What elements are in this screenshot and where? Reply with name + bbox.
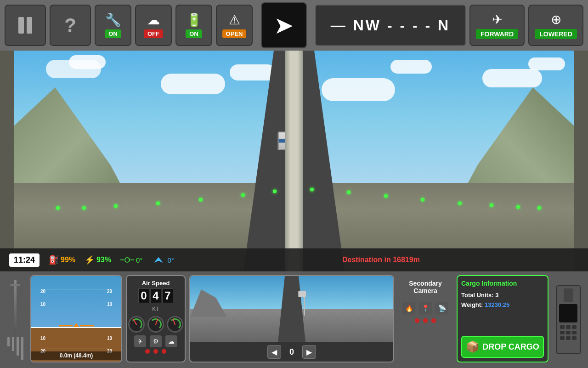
runway-light xyxy=(82,206,86,210)
cloud xyxy=(161,74,225,94)
radio-key[interactable] xyxy=(572,336,577,340)
radio-key[interactable] xyxy=(572,331,577,334)
att-scale-20-top: 20 xyxy=(40,289,45,294)
heading-value: 0° xyxy=(167,256,174,264)
pitch-icon xyxy=(120,256,134,264)
cloud xyxy=(230,64,276,80)
airspeed-digit-2: 4 xyxy=(150,288,161,303)
radio-key[interactable] xyxy=(572,325,577,329)
arrow-icon: ➤ xyxy=(274,12,294,39)
radio-device[interactable] xyxy=(556,285,581,354)
power-display: ⚡ 93% xyxy=(85,255,111,265)
power-value: 93% xyxy=(96,256,111,264)
gauge-3 xyxy=(167,316,183,333)
pause-button[interactable] xyxy=(5,5,46,46)
cockpit-left-frame xyxy=(0,51,14,271)
prop-icon[interactable]: ✈ xyxy=(134,335,146,347)
forward-button[interactable]: ✈ FORWARD xyxy=(469,5,525,46)
camera-viewport xyxy=(190,276,393,342)
antenna xyxy=(14,280,17,335)
signal-icon[interactable]: 📡 xyxy=(435,302,448,315)
help-button[interactable]: ? xyxy=(50,5,91,46)
drop-cargo-button[interactable]: 📦 DROP CARGO xyxy=(461,336,544,358)
gauge-1 xyxy=(128,316,145,333)
runway-light xyxy=(516,205,520,209)
att-scale-10-top: 10 xyxy=(40,302,45,307)
svg-point-0 xyxy=(125,258,130,262)
cargo-info: Total Units: 3 Weight: 13230.25 xyxy=(461,291,544,336)
att-line-10 xyxy=(43,302,110,302)
radio-btn-row xyxy=(559,331,578,334)
engine-toggle[interactable]: 🔧 ON xyxy=(95,5,131,46)
toolbar: ? 🔧 ON ☁ OFF 🔋 ON ⚠ OPEN ➤ — NW - - - - … xyxy=(0,0,588,51)
wheel-icon[interactable]: ⚙ xyxy=(150,335,162,347)
fire-icon[interactable]: 🔥 xyxy=(402,302,415,315)
weather-icon: ☁ xyxy=(147,12,160,28)
location-icon[interactable]: 📍 xyxy=(419,302,432,315)
runway-light xyxy=(114,204,118,208)
engine-icon: 🔧 xyxy=(105,12,121,28)
radio-key[interactable] xyxy=(566,331,571,334)
bottom-panel: 20 20 10 10 10 10 20 20 0.0m (48.4m) Air… xyxy=(0,271,588,368)
camera-right-button[interactable]: ▶ xyxy=(302,345,316,359)
red-dot xyxy=(145,349,150,354)
antenna-bar xyxy=(12,337,14,351)
door-toggle[interactable]: ⚠ OPEN xyxy=(216,5,253,46)
att-scale-10-bot-r: 10 xyxy=(107,336,112,341)
radio-key[interactable] xyxy=(566,325,571,329)
radio-key[interactable] xyxy=(560,325,565,329)
att-line-20 xyxy=(43,289,110,289)
secondary-camera-title: Secondary Camera xyxy=(398,280,453,294)
att-line-10-bot xyxy=(43,336,110,336)
cargo-box-icon: 📦 xyxy=(466,340,480,353)
runway-light xyxy=(347,190,351,194)
status-bar: 11:24 ⛽ 99% ⚡ 93% 0° 0° Destination in 1… xyxy=(0,248,588,271)
secondary-camera-section: Secondary Camera 🔥 📍 📡 xyxy=(398,275,453,364)
att-scale-10-top-r: 10 xyxy=(107,302,112,307)
lowered-button[interactable]: ⊕ LOWERED xyxy=(528,5,583,46)
radio-btn-row xyxy=(559,325,578,329)
airspeed-digit-3: 7 xyxy=(162,288,173,303)
lowered-label: LOWERED xyxy=(535,29,577,39)
camera-value: 0 xyxy=(285,347,299,357)
cam-tower-body xyxy=(304,297,305,316)
compass-text: — NW - - - - N xyxy=(331,17,450,34)
radio-key[interactable] xyxy=(566,336,571,340)
lights-icon: 🔋 xyxy=(186,12,202,28)
door-status: OPEN xyxy=(222,29,247,38)
radio-key[interactable] xyxy=(560,331,565,334)
weather-icon[interactable]: ☁ xyxy=(165,335,177,347)
cam-tower-top xyxy=(298,291,306,297)
cam-red-dot xyxy=(431,318,436,323)
airspeed-digit-1: 0 xyxy=(138,288,149,303)
radio-section xyxy=(552,275,584,364)
radio-buttons xyxy=(559,325,578,340)
antenna-bar xyxy=(21,337,23,360)
fuel-icon: ⛽ xyxy=(49,255,59,265)
att-center-marker xyxy=(59,323,94,328)
pitch-display: 0° xyxy=(120,256,142,264)
cloud xyxy=(528,58,565,70)
cam-red-dot xyxy=(423,318,428,323)
door-icon: ⚠ xyxy=(229,12,240,28)
radio-key[interactable] xyxy=(560,336,565,340)
camera-left-button[interactable]: ◀ xyxy=(267,345,281,359)
radio-screen xyxy=(559,304,577,322)
navigation-arrow-button[interactable]: ➤ xyxy=(261,2,307,48)
camera-controls: ◀ 0 ▶ xyxy=(190,342,393,362)
forward-label: FORWARD xyxy=(476,29,518,39)
att-line-20-bot xyxy=(43,349,110,349)
heading-icon xyxy=(152,256,165,264)
altitude-display: 0.0m (48.4m) xyxy=(31,351,121,360)
weather-toggle[interactable]: ☁ OFF xyxy=(135,5,172,46)
antenna-bar xyxy=(17,337,19,356)
radio-btn-row xyxy=(559,336,578,340)
red-dot xyxy=(162,349,166,354)
cam-icon-row[interactable]: 🔥 📍 📡 xyxy=(402,302,448,315)
att-scale-10-bot: 10 xyxy=(40,336,45,341)
forward-icon: ✈ xyxy=(492,12,503,27)
cam-red-dots xyxy=(415,318,436,323)
lights-toggle[interactable]: 🔋 ON xyxy=(175,5,212,46)
airspeed-icon-row[interactable]: ✈ ⚙ ☁ xyxy=(134,335,177,347)
cloud xyxy=(322,78,395,101)
